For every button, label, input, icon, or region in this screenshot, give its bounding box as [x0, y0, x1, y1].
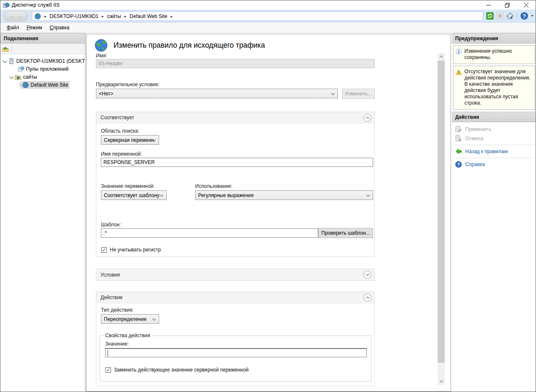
replace-value-checkbox[interactable]: ✓ Заменить действующее значение серверно…	[106, 367, 249, 373]
connections-toolbar	[0, 44, 85, 54]
replace-value-label: Заменить действующее значение серверной …	[114, 367, 249, 373]
scope-select[interactable]: Серверная переменн	[101, 135, 159, 145]
connections-tree: DESKTOP-U1MK9D1 (DESKTOP Пулы приложений	[0, 54, 85, 89]
actions-separator	[454, 145, 534, 145]
collapse-section-button[interactable]	[363, 114, 371, 122]
value-label: Значение:	[105, 341, 129, 347]
tree-item-label: DESKTOP-U1MK9D1 (DESKTOP	[16, 58, 85, 64]
chevron-up-icon	[366, 297, 369, 300]
title-bar: Диспетчер служб IIS	[0, 0, 536, 10]
actions-list: Применить Отмена Назад к правилам	[452, 122, 536, 169]
breadcrumb-site[interactable]: Default Web Site	[130, 13, 168, 19]
home-icon[interactable]	[506, 12, 514, 20]
back-to-rules-action[interactable]: Назад к правилам	[452, 147, 536, 156]
breadcrumb-separator-icon: ▸	[44, 14, 46, 18]
conditions-section-header[interactable]: Условия	[96, 269, 374, 280]
forward-icon[interactable]: →	[18, 13, 23, 19]
pattern-input[interactable]	[101, 228, 318, 238]
chevron-up-icon	[366, 117, 369, 120]
precondition-select[interactable]: <Нет>	[96, 89, 338, 98]
help-action[interactable]: ? Справка	[452, 160, 536, 169]
match-section-header[interactable]: Соответствует	[96, 112, 374, 123]
toolbar-separator	[517, 12, 517, 19]
window-title: Диспетчер служб IIS	[12, 2, 59, 8]
chevron-expanded-icon[interactable]	[10, 75, 14, 79]
back-to-rules-label[interactable]: Назад к правилам	[465, 149, 508, 154]
create-connection-icon[interactable]	[2, 46, 9, 52]
action-type-select[interactable]: Переопределение	[101, 314, 159, 324]
selected-tree-item[interactable]: Default Web Site	[21, 81, 70, 89]
info-alert-text: Изменения успешно сохранены.	[464, 48, 533, 61]
actions-separator	[454, 158, 534, 158]
close-button[interactable]	[517, 0, 536, 10]
connections-header: Подключения	[0, 33, 85, 44]
collapse-section-button[interactable]	[363, 294, 371, 302]
checkbox-checked-icon[interactable]: ✓	[106, 367, 111, 373]
variable-name-input[interactable]	[101, 158, 373, 167]
breadcrumb-server[interactable]: DESKTOP-U1MK9D1	[50, 13, 98, 19]
chevron-down-icon	[152, 317, 156, 320]
navigation-buttons: ← →	[4, 11, 28, 21]
match-section: Соответствует Область поиска: Серверная …	[96, 112, 375, 257]
refresh-icon[interactable]	[486, 12, 494, 20]
chevron-down-icon	[439, 379, 443, 382]
scroll-up-button[interactable]	[438, 53, 445, 60]
conditions-section: Условия	[96, 269, 375, 281]
menu-view[interactable]: Режим	[23, 23, 46, 32]
tree-item-default-web-site[interactable]: Default Web Site	[0, 81, 85, 89]
chevron-down-icon	[366, 193, 370, 197]
warnings-header: Предупреждения	[452, 33, 536, 44]
chevron-down-icon	[160, 193, 163, 197]
cancel-action: Отмена	[452, 134, 536, 143]
ignore-case-checkbox[interactable]: ✓ Не учитывать регистр	[101, 247, 161, 253]
help-label[interactable]: Справка	[465, 161, 485, 167]
breadcrumb-sites[interactable]: сайты	[107, 13, 121, 19]
warning-alert: Отсутствует значение для действия переоп…	[453, 66, 535, 110]
checkbox-checked-icon[interactable]: ✓	[101, 247, 107, 253]
value-input[interactable]	[105, 348, 367, 357]
action-properties-group: Свойства действия Значение: ✓ Заменить д…	[100, 336, 371, 382]
action-section-header[interactable]: Действие	[96, 292, 374, 303]
variable-name-label: Имя переменной:	[101, 151, 142, 157]
help-icon[interactable]: ?	[520, 12, 528, 20]
chevron-expanded-icon[interactable]	[3, 59, 7, 63]
scrollbar-thumb[interactable]	[438, 61, 445, 363]
tree-item-sites[interactable]: сайты	[0, 73, 85, 81]
match-section-title: Соответствует	[100, 115, 134, 120]
using-select[interactable]: Регулярные выражения	[195, 190, 373, 200]
test-pattern-button[interactable]: Проверить шаблон...	[318, 228, 373, 238]
tree-item-label: сайты	[23, 74, 37, 80]
precondition-label: Предварительное условие:	[96, 82, 160, 87]
expand-section-button[interactable]	[363, 271, 371, 279]
page-title: Изменить правило для исходящего трафика	[113, 41, 265, 50]
help-dropdown-icon[interactable]	[531, 15, 533, 17]
back-icon[interactable]: ←	[9, 13, 14, 19]
action-properties-legend: Свойства действия	[103, 333, 152, 338]
scroll-down-button[interactable]	[438, 378, 445, 385]
variable-value-label: Значение переменной:	[101, 183, 155, 189]
info-icon	[456, 49, 462, 55]
warning-alert-text: Отсутствует значение для действия переоп…	[464, 69, 533, 106]
menu-file[interactable]: Файл	[3, 23, 23, 32]
variable-value-select[interactable]: Соответствует шаблону	[101, 190, 167, 200]
connections-panel: Подключения DESKTOP-U1MK9D1 (DESKTOP	[0, 33, 85, 392]
iis-manager-window: Диспетчер служб IIS ← → ▸ DESKTOP-U1MK9D…	[0, 0, 536, 392]
conditions-section-title: Условия	[100, 272, 120, 278]
warning-icon	[456, 69, 462, 75]
chevron-down-icon	[366, 272, 369, 276]
action-section-title: Действие	[100, 295, 123, 300]
menu-bar: Файл Режим Справка	[0, 23, 536, 33]
tree-item-server[interactable]: DESKTOP-U1MK9D1 (DESKTOP	[0, 57, 85, 65]
restore-button[interactable]	[498, 0, 517, 10]
using-value: Регулярные выражения	[198, 192, 254, 198]
menu-help[interactable]: Справка	[46, 23, 73, 32]
apply-label: Применить	[465, 126, 491, 132]
app-pools-icon	[18, 66, 24, 72]
variable-value-value: Соответствует шаблону	[104, 192, 160, 198]
vertical-scrollbar[interactable]	[438, 53, 445, 385]
tree-item-app-pools[interactable]: Пулы приложений	[0, 65, 85, 73]
edit-precondition-button: Изменить...	[342, 89, 375, 99]
minimize-button[interactable]	[479, 0, 498, 10]
globe-icon	[34, 13, 41, 20]
toolbar-separator	[11, 46, 12, 52]
